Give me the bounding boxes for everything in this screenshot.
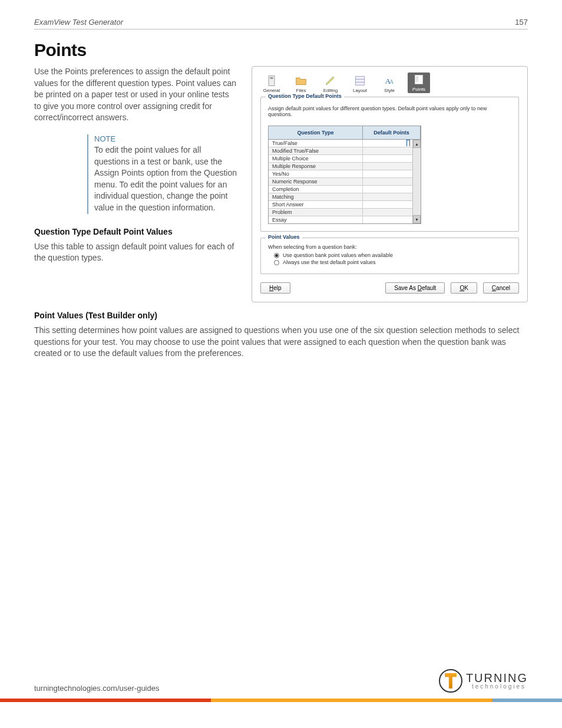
page-title: Points <box>34 40 528 60</box>
table-row[interactable]: Multiple Choice1 <box>269 155 421 163</box>
cell-type: Modified True/False <box>269 147 363 154</box>
svg-rect-2 <box>356 77 365 85</box>
radio-use-bank[interactable]: Use question bank point values when avai… <box>274 252 511 258</box>
page-header: ExamView Test Generator 157 <box>34 18 528 29</box>
table-row[interactable]: Problem1 <box>269 209 421 216</box>
table-row[interactable]: Essay1 <box>269 216 421 223</box>
col-question-type: Question Type <box>269 126 363 139</box>
cell-type: Multiple Choice <box>269 155 363 162</box>
note-block: NOTE To edit the point values for all qu… <box>87 134 237 214</box>
svg-text:A: A <box>389 78 394 85</box>
text-cursor-icon <box>406 140 410 146</box>
layout-icon <box>353 75 366 87</box>
help-button[interactable]: Help <box>260 282 290 294</box>
slider-icon <box>265 75 278 87</box>
page-number: 157 <box>515 18 528 27</box>
fieldset-default-points: Question Type Default Points Assign defa… <box>260 97 519 232</box>
intro-paragraph: Use the Points preferences to assign the… <box>34 66 237 124</box>
radio-use-default[interactable]: Always use the test default point values <box>274 259 511 265</box>
section-qtdpv-body: Use this table to assign default point v… <box>34 241 237 264</box>
save-default-button[interactable]: Save As Default <box>385 282 445 294</box>
cell-type: Completion <box>269 186 363 193</box>
svg-rect-1 <box>270 77 273 79</box>
cell-type: Yes/No <box>269 170 363 177</box>
section-pv-title: Point Values (Test Builder only) <box>34 311 528 320</box>
footer-url: turningtechnologies.com/user-guides <box>34 684 159 693</box>
cell-type: True/False <box>269 140 363 147</box>
table-row[interactable]: Matching1 <box>269 193 421 201</box>
table-row[interactable]: True/False 1 <box>269 140 421 147</box>
cell-type: Short Answer <box>269 201 363 208</box>
table-scrollbar[interactable]: ▲ ▼ <box>412 140 421 223</box>
svg-rect-10 <box>416 81 418 82</box>
tab-label: Style <box>384 88 395 93</box>
table-header: Question Type Default Points <box>269 126 421 140</box>
fieldset-legend: Point Values <box>266 234 302 240</box>
fieldset-description: Assign default point values for differen… <box>268 106 511 117</box>
scroll-up-icon[interactable]: ▲ <box>413 140 421 148</box>
page-footer: turningtechnologies.com/user-guides TURN… <box>34 669 528 693</box>
footer-color-bar <box>0 699 562 702</box>
tab-label: General <box>263 88 280 93</box>
tab-label: Points <box>412 87 425 92</box>
cell-type: Essay <box>269 216 363 223</box>
svg-rect-9 <box>416 78 418 80</box>
preferences-dialog: General Files Editing Layout <box>252 66 528 302</box>
cancel-button[interactable]: Cancel <box>483 282 519 294</box>
ok-button[interactable]: OK <box>451 282 477 294</box>
radio-icon <box>274 253 279 258</box>
note-body: To edit the point values for all questio… <box>94 144 237 214</box>
scroll-down-icon[interactable]: ▼ <box>413 215 421 223</box>
turning-logo: TURNING technologies <box>439 669 528 693</box>
pv-intro: When selecting from a question bank: <box>268 244 511 250</box>
table-row[interactable]: Short Answer1 <box>269 201 421 209</box>
fieldset-point-values: Point Values When selecting from a quest… <box>260 238 519 274</box>
pencil-icon <box>324 75 337 87</box>
tab-label: Layout <box>353 88 367 93</box>
tab-general[interactable]: General <box>260 75 283 93</box>
section-pv-body: This setting determines how point values… <box>34 325 528 360</box>
tab-style[interactable]: AA Style <box>378 75 401 93</box>
folder-icon <box>295 75 308 87</box>
table-body: True/False 1 Modified True/False1 Multip… <box>269 140 421 223</box>
tab-layout[interactable]: Layout <box>349 75 371 93</box>
logo-sub-text: technologies <box>472 684 528 690</box>
col-default-points: Default Points <box>363 126 421 139</box>
tab-files[interactable]: Files <box>290 75 312 93</box>
product-name: ExamView Test Generator <box>34 18 123 27</box>
logo-main-text: TURNING <box>466 672 528 684</box>
tab-editing[interactable]: Editing <box>319 75 342 93</box>
tab-points[interactable]: Points <box>408 73 430 93</box>
tab-label: Editing <box>323 88 338 93</box>
cell-type: Matching <box>269 193 363 200</box>
table-row[interactable]: Completion1 <box>269 186 421 193</box>
table-row[interactable]: Numeric Response1 <box>269 178 421 186</box>
points-table: Question Type Default Points True/False … <box>268 126 421 224</box>
table-row[interactable]: Modified True/False1 <box>269 147 421 155</box>
note-label: NOTE <box>94 134 237 143</box>
cell-type: Multiple Response <box>269 163 363 170</box>
table-row[interactable]: Multiple Response1 <box>269 163 421 170</box>
radio-icon <box>274 260 279 265</box>
radio-label: Use question bank point values when avai… <box>283 252 393 258</box>
radio-label: Always use the test default point values <box>283 259 376 265</box>
table-row[interactable]: Yes/No1 <box>269 170 421 178</box>
section-qtdpv-title: Question Type Default Point Values <box>34 227 237 236</box>
dialog-button-row: Help Save As Default OK Cancel <box>260 282 519 294</box>
svg-rect-8 <box>416 77 418 78</box>
cell-type: Problem <box>269 209 363 216</box>
turning-logo-icon <box>439 669 462 693</box>
tab-label: Files <box>296 88 306 93</box>
prefs-tabs: General Files Editing Layout <box>260 73 519 93</box>
style-icon: AA <box>383 75 396 87</box>
points-icon <box>412 74 425 85</box>
fieldset-legend: Question Type Default Points <box>266 93 344 99</box>
cell-type: Numeric Response <box>269 178 363 185</box>
